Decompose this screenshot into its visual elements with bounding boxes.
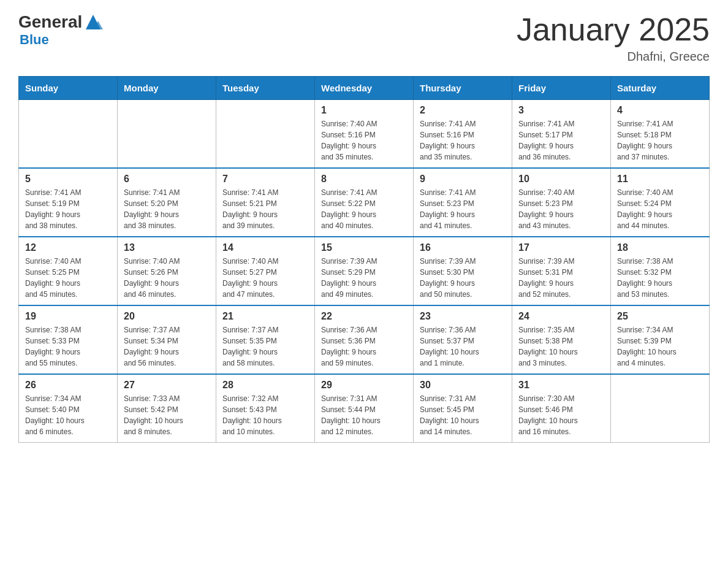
calendar-cell bbox=[611, 374, 710, 443]
calendar-cell: 9Sunrise: 7:41 AMSunset: 5:23 PMDaylight… bbox=[414, 168, 512, 237]
day-info: Sunrise: 7:41 AMSunset: 5:19 PMDaylight:… bbox=[25, 187, 111, 231]
day-number: 7 bbox=[222, 174, 308, 185]
day-info: Sunrise: 7:40 AMSunset: 5:16 PMDaylight:… bbox=[321, 118, 407, 163]
day-number: 27 bbox=[124, 380, 210, 391]
calendar-header-wednesday: Wednesday bbox=[315, 77, 414, 100]
day-info: Sunrise: 7:41 AMSunset: 5:22 PMDaylight:… bbox=[321, 187, 407, 231]
day-info: Sunrise: 7:39 AMSunset: 5:31 PMDaylight:… bbox=[518, 256, 604, 300]
day-number: 4 bbox=[617, 105, 703, 116]
day-number: 10 bbox=[518, 174, 604, 185]
day-number: 30 bbox=[420, 380, 506, 391]
day-info: Sunrise: 7:38 AMSunset: 5:32 PMDaylight:… bbox=[617, 256, 703, 300]
day-info: Sunrise: 7:36 AMSunset: 5:37 PMDaylight:… bbox=[420, 324, 506, 369]
day-info: Sunrise: 7:40 AMSunset: 5:23 PMDaylight:… bbox=[518, 187, 604, 231]
calendar-cell: 3Sunrise: 7:41 AMSunset: 5:17 PMDaylight… bbox=[512, 100, 611, 169]
calendar-cell: 28Sunrise: 7:32 AMSunset: 5:43 PMDayligh… bbox=[216, 374, 315, 443]
calendar-cell: 4Sunrise: 7:41 AMSunset: 5:18 PMDaylight… bbox=[611, 100, 710, 169]
day-info: Sunrise: 7:35 AMSunset: 5:38 PMDaylight:… bbox=[518, 324, 604, 369]
calendar-cell: 20Sunrise: 7:37 AMSunset: 5:34 PMDayligh… bbox=[118, 305, 216, 374]
calendar-week-row: 5Sunrise: 7:41 AMSunset: 5:19 PMDaylight… bbox=[19, 168, 710, 237]
calendar-cell: 10Sunrise: 7:40 AMSunset: 5:23 PMDayligh… bbox=[512, 168, 611, 237]
logo-general-text: General bbox=[18, 12, 82, 32]
day-number: 5 bbox=[25, 174, 111, 185]
day-info: Sunrise: 7:40 AMSunset: 5:26 PMDaylight:… bbox=[124, 256, 210, 300]
day-info: Sunrise: 7:31 AMSunset: 5:45 PMDaylight:… bbox=[420, 393, 506, 437]
calendar-cell bbox=[118, 100, 216, 169]
calendar-header-tuesday: Tuesday bbox=[216, 77, 315, 100]
calendar-header-friday: Friday bbox=[512, 77, 611, 100]
day-info: Sunrise: 7:32 AMSunset: 5:43 PMDaylight:… bbox=[222, 393, 308, 437]
calendar-header-sunday: Sunday bbox=[19, 77, 118, 100]
page-header: General Blue January 2025 Dhafni, Greece bbox=[18, 12, 710, 64]
calendar-cell: 29Sunrise: 7:31 AMSunset: 5:44 PMDayligh… bbox=[315, 374, 414, 443]
day-number: 26 bbox=[25, 380, 111, 391]
calendar-cell: 8Sunrise: 7:41 AMSunset: 5:22 PMDaylight… bbox=[315, 168, 414, 237]
day-info: Sunrise: 7:33 AMSunset: 5:42 PMDaylight:… bbox=[124, 393, 210, 437]
calendar-header-saturday: Saturday bbox=[611, 77, 710, 100]
calendar-week-row: 12Sunrise: 7:40 AMSunset: 5:25 PMDayligh… bbox=[19, 237, 710, 305]
day-info: Sunrise: 7:41 AMSunset: 5:21 PMDaylight:… bbox=[222, 187, 308, 231]
day-info: Sunrise: 7:41 AMSunset: 5:16 PMDaylight:… bbox=[420, 118, 506, 163]
calendar-cell bbox=[19, 100, 118, 169]
day-info: Sunrise: 7:36 AMSunset: 5:36 PMDaylight:… bbox=[321, 324, 407, 369]
title-section: January 2025 Dhafni, Greece bbox=[517, 12, 710, 64]
day-number: 14 bbox=[222, 242, 308, 253]
logo-icon bbox=[83, 12, 103, 32]
day-number: 16 bbox=[420, 242, 506, 253]
calendar-cell: 14Sunrise: 7:40 AMSunset: 5:27 PMDayligh… bbox=[216, 237, 315, 305]
day-info: Sunrise: 7:39 AMSunset: 5:30 PMDaylight:… bbox=[420, 256, 506, 300]
calendar-header-thursday: Thursday bbox=[414, 77, 512, 100]
day-number: 15 bbox=[321, 242, 407, 253]
calendar-header-monday: Monday bbox=[118, 77, 216, 100]
day-number: 8 bbox=[321, 174, 407, 185]
calendar-cell: 2Sunrise: 7:41 AMSunset: 5:16 PMDaylight… bbox=[414, 100, 512, 169]
calendar-table: SundayMondayTuesdayWednesdayThursdayFrid… bbox=[18, 76, 710, 443]
calendar-cell: 15Sunrise: 7:39 AMSunset: 5:29 PMDayligh… bbox=[315, 237, 414, 305]
day-info: Sunrise: 7:39 AMSunset: 5:29 PMDaylight:… bbox=[321, 256, 407, 300]
day-info: Sunrise: 7:34 AMSunset: 5:39 PMDaylight:… bbox=[617, 324, 703, 369]
calendar-week-row: 19Sunrise: 7:38 AMSunset: 5:33 PMDayligh… bbox=[19, 305, 710, 374]
location: Dhafni, Greece bbox=[517, 50, 710, 64]
day-number: 13 bbox=[124, 242, 210, 253]
calendar-cell: 18Sunrise: 7:38 AMSunset: 5:32 PMDayligh… bbox=[611, 237, 710, 305]
day-number: 9 bbox=[420, 174, 506, 185]
day-number: 18 bbox=[617, 242, 703, 253]
day-number: 25 bbox=[617, 311, 703, 322]
day-info: Sunrise: 7:41 AMSunset: 5:18 PMDaylight:… bbox=[617, 118, 703, 163]
day-info: Sunrise: 7:30 AMSunset: 5:46 PMDaylight:… bbox=[518, 393, 604, 437]
day-number: 6 bbox=[124, 174, 210, 185]
day-info: Sunrise: 7:38 AMSunset: 5:33 PMDaylight:… bbox=[25, 324, 111, 369]
day-number: 1 bbox=[321, 105, 407, 116]
day-number: 29 bbox=[321, 380, 407, 391]
calendar-cell: 24Sunrise: 7:35 AMSunset: 5:38 PMDayligh… bbox=[512, 305, 611, 374]
day-number: 17 bbox=[518, 242, 604, 253]
day-number: 22 bbox=[321, 311, 407, 322]
calendar-week-row: 26Sunrise: 7:34 AMSunset: 5:40 PMDayligh… bbox=[19, 374, 710, 443]
day-number: 3 bbox=[518, 105, 604, 116]
day-info: Sunrise: 7:41 AMSunset: 5:17 PMDaylight:… bbox=[518, 118, 604, 163]
calendar-cell: 13Sunrise: 7:40 AMSunset: 5:26 PMDayligh… bbox=[118, 237, 216, 305]
day-number: 21 bbox=[222, 311, 308, 322]
day-number: 19 bbox=[25, 311, 111, 322]
day-info: Sunrise: 7:41 AMSunset: 5:20 PMDaylight:… bbox=[124, 187, 210, 231]
calendar-cell: 22Sunrise: 7:36 AMSunset: 5:36 PMDayligh… bbox=[315, 305, 414, 374]
day-number: 12 bbox=[25, 242, 111, 253]
calendar-week-row: 1Sunrise: 7:40 AMSunset: 5:16 PMDaylight… bbox=[19, 100, 710, 169]
day-info: Sunrise: 7:37 AMSunset: 5:34 PMDaylight:… bbox=[124, 324, 210, 369]
calendar-header-row: SundayMondayTuesdayWednesdayThursdayFrid… bbox=[19, 77, 710, 100]
day-number: 28 bbox=[222, 380, 308, 391]
calendar-cell: 1Sunrise: 7:40 AMSunset: 5:16 PMDaylight… bbox=[315, 100, 414, 169]
day-number: 20 bbox=[124, 311, 210, 322]
calendar-cell: 5Sunrise: 7:41 AMSunset: 5:19 PMDaylight… bbox=[19, 168, 118, 237]
day-number: 2 bbox=[420, 105, 506, 116]
logo-blue-text: Blue bbox=[20, 32, 49, 48]
calendar-cell: 31Sunrise: 7:30 AMSunset: 5:46 PMDayligh… bbox=[512, 374, 611, 443]
calendar-cell: 26Sunrise: 7:34 AMSunset: 5:40 PMDayligh… bbox=[19, 374, 118, 443]
calendar-cell: 17Sunrise: 7:39 AMSunset: 5:31 PMDayligh… bbox=[512, 237, 611, 305]
month-title: January 2025 bbox=[517, 12, 710, 47]
calendar-cell: 23Sunrise: 7:36 AMSunset: 5:37 PMDayligh… bbox=[414, 305, 512, 374]
day-info: Sunrise: 7:31 AMSunset: 5:44 PMDaylight:… bbox=[321, 393, 407, 437]
day-number: 11 bbox=[617, 174, 703, 185]
calendar-cell: 12Sunrise: 7:40 AMSunset: 5:25 PMDayligh… bbox=[19, 237, 118, 305]
day-info: Sunrise: 7:34 AMSunset: 5:40 PMDaylight:… bbox=[25, 393, 111, 437]
